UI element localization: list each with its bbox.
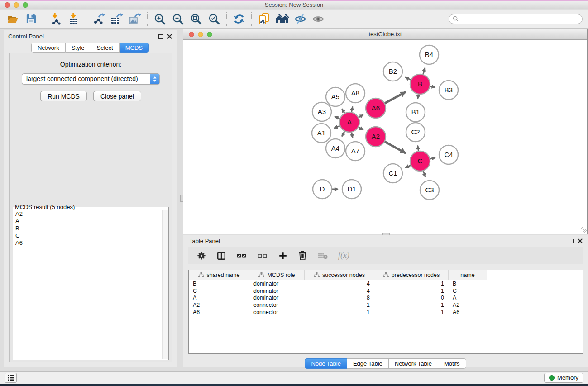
zoom-window-button[interactable]	[23, 2, 28, 8]
table-row[interactable]: Bdominator41B	[189, 280, 583, 287]
splitpane-handle[interactable]	[180, 195, 183, 202]
table-cell[interactable]: 1	[305, 302, 374, 308]
optimization-criterion-select[interactable]: largest connected component (directed)	[22, 73, 160, 85]
table-cell[interactable]: C	[189, 288, 249, 294]
result-scrollbar[interactable]	[162, 210, 168, 359]
export-network-button[interactable]	[91, 11, 107, 27]
import-table-button[interactable]	[66, 11, 82, 27]
export-table-button[interactable]	[109, 11, 125, 27]
table-row[interactable]: A2connector11A2	[189, 301, 583, 309]
graph-node-A7[interactable]: A7	[346, 142, 365, 161]
tab-edge-table[interactable]: Edge Table	[347, 358, 389, 369]
float-panel-icon[interactable]	[569, 239, 574, 243]
float-panel-icon[interactable]	[158, 34, 163, 39]
table-cell[interactable]: 1	[374, 309, 449, 315]
run-mcds-button[interactable]: Run MCDS	[40, 91, 87, 101]
home-button[interactable]	[274, 11, 290, 27]
export-image-button[interactable]	[127, 11, 143, 27]
search-input[interactable]	[461, 16, 578, 22]
graph-edge-A-A3[interactable]	[335, 117, 340, 119]
result-list-item[interactable]: B	[14, 225, 168, 232]
zoom-selected-button[interactable]	[206, 11, 222, 27]
table-column-header[interactable]: MCDS role	[249, 270, 305, 280]
table-cell[interactable]: 4	[305, 281, 374, 287]
graph-node-B2[interactable]: B2	[383, 62, 402, 81]
table-cell[interactable]: connector	[249, 309, 305, 315]
zoom-out-button[interactable]	[170, 11, 186, 27]
tab-mcds[interactable]: MCDS	[120, 43, 149, 53]
graph-edge-A-A6[interactable]	[358, 115, 363, 118]
table-cell[interactable]: A6	[189, 309, 249, 315]
table-cell[interactable]: 1	[374, 302, 449, 308]
graph-edge-C-C2[interactable]	[418, 146, 419, 152]
graph-node-B1[interactable]: B1	[406, 103, 425, 122]
tab-style[interactable]: Style	[66, 43, 91, 53]
split-columns-icon[interactable]	[216, 251, 226, 261]
result-list-item[interactable]: A	[14, 218, 168, 225]
table-cell[interactable]: B	[449, 281, 487, 287]
graph-edge-C-C3[interactable]	[423, 171, 425, 177]
table-cell[interactable]: connector	[249, 302, 305, 308]
table-settings-gear-icon[interactable]	[196, 251, 206, 261]
graph-node-C3[interactable]: C3	[420, 181, 439, 200]
table-cell[interactable]: dominator	[249, 288, 305, 294]
table-cell[interactable]: A6	[449, 309, 487, 315]
network-graph[interactable]: B4B2BB3A8A5A6B1A3AA1C2A2A4A7C4CC1C3DD1	[183, 40, 587, 234]
close-network-button[interactable]	[189, 32, 194, 37]
open-session-button[interactable]	[5, 11, 21, 27]
graph-edge-A-A5[interactable]	[342, 109, 345, 114]
graph-node-C4[interactable]: C4	[439, 145, 458, 164]
graph-edge-C-C1[interactable]	[405, 165, 411, 168]
tab-node-table[interactable]: Node Table	[305, 358, 347, 369]
graph-node-B[interactable]: B	[410, 74, 430, 94]
save-session-button[interactable]	[23, 11, 39, 27]
graph-node-C[interactable]: C	[410, 151, 430, 171]
search-box[interactable]	[449, 14, 583, 24]
show-hide-panel-button[interactable]	[310, 11, 326, 27]
table-column-header[interactable]: name	[449, 270, 487, 280]
tab-select[interactable]: Select	[91, 43, 120, 53]
table-cell[interactable]: 1	[374, 288, 449, 294]
table-cell[interactable]: B	[189, 281, 249, 287]
table-cell[interactable]: 1	[374, 281, 449, 287]
refresh-button[interactable]	[231, 11, 247, 27]
table-column-header[interactable]: successor nodes	[305, 270, 374, 280]
graph-node-D1[interactable]: D1	[342, 180, 361, 199]
zoom-network-button[interactable]	[207, 32, 212, 37]
result-list-item[interactable]: A6	[14, 239, 168, 247]
clone-network-button[interactable]	[256, 11, 272, 27]
table-cell[interactable]: A	[189, 295, 249, 301]
graph-node-A1[interactable]: A1	[312, 124, 331, 143]
graph-edge-A2-C[interactable]	[384, 142, 406, 153]
graph-edge-B-B3[interactable]	[430, 86, 435, 87]
table-row[interactable]: Adominator80A	[189, 295, 583, 302]
graph-edge-B-B4[interactable]	[423, 68, 425, 75]
graph-node-A2[interactable]: A2	[366, 127, 386, 147]
graph-edge-A-A1[interactable]	[334, 126, 340, 128]
graph-edge-A-A7[interactable]	[351, 132, 353, 138]
graph-edge-C-C4[interactable]	[430, 158, 435, 159]
table-cell[interactable]: A2	[449, 302, 487, 308]
graph-node-B4[interactable]: B4	[420, 45, 439, 64]
graph-node-A3[interactable]: A3	[312, 102, 331, 121]
table-cell[interactable]: A2	[189, 302, 249, 308]
graph-edge-A-A2[interactable]	[358, 127, 363, 130]
minimize-network-button[interactable]	[198, 32, 203, 37]
close-window-button[interactable]	[5, 2, 10, 8]
graph-node-C1[interactable]: C1	[383, 164, 402, 183]
tab-motifs[interactable]: Motifs	[438, 358, 466, 369]
graph-edge-A-A8[interactable]	[351, 106, 353, 112]
graph-node-A8[interactable]: A8	[346, 84, 365, 103]
table-cell[interactable]: C	[449, 288, 487, 294]
graph-edge-A6-B[interactable]	[384, 92, 406, 103]
table-cell[interactable]: 1	[305, 309, 374, 315]
zoom-fit-button[interactable]	[188, 11, 204, 27]
table-cell[interactable]: A	[449, 295, 487, 301]
minimize-window-button[interactable]	[14, 2, 19, 8]
zoom-in-button[interactable]	[152, 11, 168, 27]
table-row[interactable]: Cdominator41C	[189, 287, 583, 295]
tab-network[interactable]: Network	[31, 43, 66, 53]
node-table[interactable]: shared nameMCDS rolesuccessor nodesprede…	[188, 270, 583, 354]
result-list-item[interactable]: C	[14, 232, 168, 239]
graph-edge-B-B1[interactable]	[418, 94, 419, 99]
